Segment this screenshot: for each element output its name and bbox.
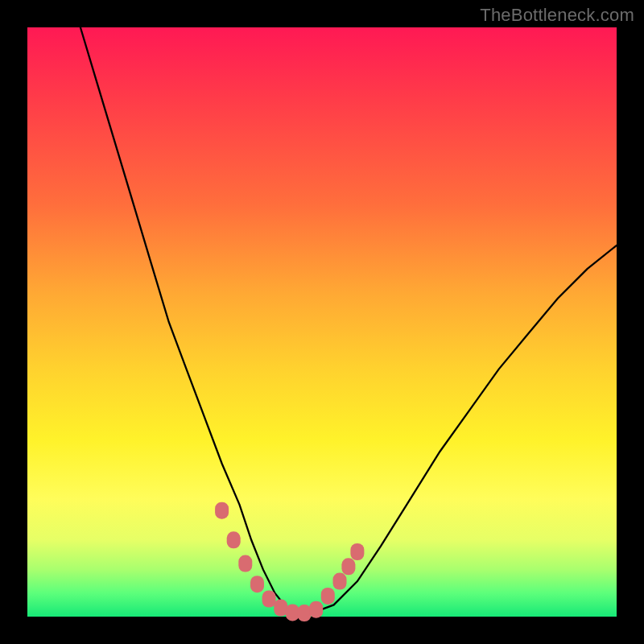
highlight-marker (250, 576, 264, 592)
watermark-text: TheBottleneck.com (480, 5, 634, 26)
highlight-marker (341, 558, 355, 575)
highlight-marker (321, 588, 335, 605)
highlight-marker (274, 600, 287, 617)
curve-layer (27, 27, 617, 617)
highlight-markers (215, 502, 364, 621)
highlight-marker (262, 591, 276, 608)
highlight-marker (309, 601, 323, 618)
highlight-marker (286, 604, 299, 621)
plot-area (27, 27, 617, 617)
highlight-marker (298, 605, 312, 621)
highlight-marker (227, 531, 241, 548)
highlight-marker (238, 555, 252, 572)
highlight-marker (215, 502, 229, 519)
highlight-marker (333, 573, 347, 590)
highlight-marker (350, 543, 364, 560)
chart-frame: TheBottleneck.com (0, 0, 644, 644)
bottleneck-curve (80, 27, 617, 613)
